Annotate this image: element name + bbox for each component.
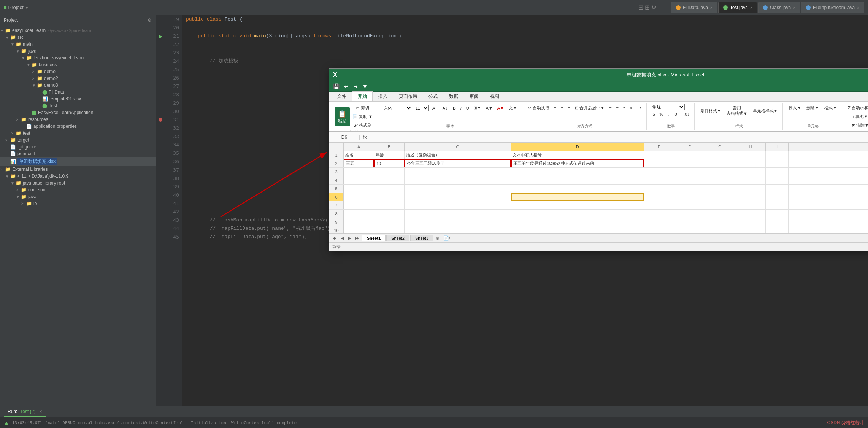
split-icon[interactable]: ⊞ [645,4,650,11]
cell-style-btn[interactable]: 单元格样式▼ [751,104,780,118]
sidebar-item[interactable]: ▼ 📁 easyExcel_learn D:\java\workSpace-le… [0,27,156,34]
sheet-nav-next[interactable]: ▶ [346,235,353,241]
excel-cell-E8[interactable] [644,210,674,218]
excel-cell-G1[interactable] [705,151,735,159]
excel-save-btn[interactable]: 💾 [332,83,341,90]
excel-cell-H6[interactable] [735,193,766,201]
excel-cell-B8[interactable] [374,210,405,218]
project-title[interactable]: ■ Project ▼ [4,5,29,10]
excel-cell-C5[interactable] [405,185,511,193]
excel-cell-D10[interactable] [511,226,644,233]
excel-col-header-F[interactable]: F [674,143,705,151]
excel-cell-I1[interactable] [766,151,789,159]
sheet-nav-last[interactable]: ⏭ [354,235,361,241]
excel-cell-G4[interactable] [705,176,735,184]
code-line[interactable]: public class Test { [186,15,868,24]
excel-cell-G9[interactable] [705,218,735,226]
font-size-select[interactable]: 11 [414,105,429,111]
comma-btn[interactable]: , [666,111,671,118]
excel-cell-H5[interactable] [735,185,766,193]
excel-cell-H3[interactable] [735,168,766,176]
run-close-btn[interactable]: × [39,409,42,414]
sidebar-item[interactable]: 📄 application.properties [0,123,156,130]
excel-cell-F2[interactable] [674,159,705,167]
excel-cell-E1[interactable] [644,151,674,159]
excel-cell-F4[interactable] [674,176,705,184]
excel-cell-H4[interactable] [735,176,766,184]
sheet-tab-Sheet3[interactable]: Sheet3 [410,235,433,241]
sidebar-item[interactable]: > 📁 test [0,130,156,137]
border-btn[interactable]: ⊞▼ [472,104,483,112]
copy-btn[interactable]: 📄 复制 ▼ [351,113,374,121]
sidebar-item[interactable]: ⬤ Test [0,102,156,109]
code-line[interactable] [186,24,868,32]
excel-ribbon-tab-数据[interactable]: 数据 [443,91,464,101]
valign-bot-btn[interactable]: ≡ [621,104,627,111]
excel-cell-F5[interactable] [674,185,705,193]
excel-cell-D2[interactable]: 王五的年龄是通过{age}这种方式传递过来的 [511,159,644,167]
excel-cell-D1[interactable]: 文本中有大括号 [511,151,644,159]
excel-cell-B7[interactable] [374,201,405,209]
fill-btn[interactable]: ↓ 填充▼ [846,113,868,121]
excel-cell-I3[interactable] [766,168,789,176]
sidebar-item[interactable]: ▼ 📁 src [0,34,156,41]
excel-cell-G10[interactable] [705,226,735,233]
excel-cell-E6[interactable] [644,193,674,201]
excel-cell-A9[interactable] [344,218,374,226]
excel-ribbon-tab-视图[interactable]: 视图 [484,91,505,101]
formula-cell-ref[interactable]: D6 [329,135,360,140]
code-line[interactable]: // 加载模板 [186,57,868,65]
excel-cell-I5[interactable] [766,185,789,193]
excel-ribbon-tab-开始[interactable]: 开始 [352,91,373,101]
font-family-select[interactable]: 宋体 [382,105,412,111]
tab-close[interactable]: × [793,6,795,10]
excel-cell-E4[interactable] [644,176,674,184]
excel-ribbon-tab-插入[interactable]: 插入 [373,91,393,101]
excel-cell-C1[interactable]: 描述（复杂组合） [405,151,511,159]
excel-ribbon-tab-审阅[interactable]: 审阅 [464,91,484,101]
sheet-scroll-btn[interactable]: 📄/ [442,235,452,241]
sidebar-item[interactable]: ▼ 📁 fei.zhou.easyexcel_learn [0,54,156,61]
excel-cell-C8[interactable] [405,210,511,218]
align-left-btn[interactable]: ≡ [552,104,558,112]
excel-col-header-H[interactable]: H [735,143,766,151]
excel-ribbon-tab-公式[interactable]: 公式 [423,91,443,101]
sidebar-item[interactable]: > 📁 io [0,200,156,207]
excel-cell-D5[interactable] [511,185,644,193]
valign-mid-btn[interactable]: ≡ [614,104,620,111]
code-line[interactable] [186,49,868,57]
sidebar-item[interactable]: ▼ 📁 java [0,193,156,200]
currency-btn[interactable]: $ [651,111,657,118]
sidebar-item[interactable]: > 📁 resources [0,116,156,123]
number-format-select[interactable]: 常规 [651,104,685,110]
excel-cell-D7[interactable] [511,201,644,209]
excel-redo-btn[interactable]: ↪ [352,83,359,90]
excel-cell-I7[interactable] [766,201,789,209]
excel-cell-F8[interactable] [674,210,705,218]
excel-cell-D3[interactable] [511,168,644,176]
sidebar-item[interactable]: > 📁 demo1 [0,68,156,75]
sheet-tab-Sheet2[interactable]: Sheet2 [386,235,409,241]
dec-inc-btn[interactable]: .0↑ [671,111,681,118]
excel-cell-B6[interactable] [374,193,405,201]
excel-cell-A4[interactable] [344,176,374,184]
excel-col-header-D[interactable]: D [511,143,644,151]
wrap-btn[interactable]: ↵ 自动换行 [526,104,551,112]
excel-cell-B10[interactable] [374,226,405,233]
project-dropdown-icon[interactable]: ▼ [25,6,29,10]
excel-cell-A1[interactable]: 姓名 [344,151,374,159]
excel-cell-I2[interactable] [766,159,789,167]
ide-tab-Test-java[interactable]: Test.java× [718,2,757,13]
excel-cell-A8[interactable] [344,210,374,218]
excel-cell-F7[interactable] [674,201,705,209]
sidebar-item[interactable]: ▼ 📁 main [0,41,156,48]
excel-cell-D6[interactable] [511,193,644,201]
breakpoint-icon[interactable] [159,118,162,122]
scroll-up-btn[interactable]: ▲ [4,420,9,426]
sidebar-item[interactable]: > 📁 External Libraries [0,166,156,173]
excel-cell-C4[interactable] [405,176,511,184]
excel-cell-E2[interactable] [644,159,674,167]
sidebar-item[interactable]: ⬤ FillData [0,89,156,95]
run-tab[interactable]: Run: Test (2) × [4,407,46,417]
ide-tab-Class-java[interactable]: Class.java× [758,2,800,13]
